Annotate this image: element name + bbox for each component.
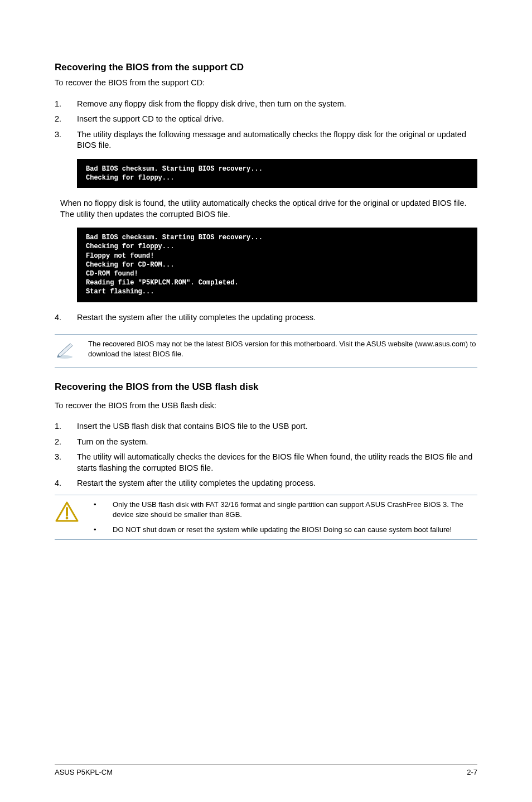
step-text: Remove any floppy disk from the floppy d… — [77, 99, 477, 110]
section1-steps: 1.Remove any floppy disk from the floppy… — [55, 99, 477, 151]
list-item: 2.Insert the support CD to the optical d… — [55, 114, 477, 125]
step-text: Turn on the system. — [77, 437, 477, 448]
pencil-note-icon — [55, 339, 88, 363]
section2-heading: Recovering the BIOS from the USB flash d… — [55, 381, 477, 394]
list-item: 3.The utility will automatically checks … — [55, 452, 477, 474]
page-footer: ASUS P5KPL-CM 2-7 — [55, 765, 477, 777]
warning-text-container: •Only the USB flash disk with FAT 32/16 … — [88, 500, 477, 535]
note-block: The recovered BIOS may not be the latest… — [55, 334, 477, 368]
terminal-output-1: Bad BIOS checksum. Starting BIOS recover… — [77, 159, 477, 188]
terminal-output-2: Bad BIOS checksum. Starting BIOS recover… — [77, 228, 477, 302]
footer-left: ASUS P5KPL-CM — [55, 767, 113, 777]
list-item: 4.Restart the system after the utility c… — [55, 478, 477, 489]
section2-intro: To recover the BIOS from the USB flash d… — [55, 400, 477, 412]
step-number: 1. — [55, 421, 77, 432]
list-item: 2.Turn on the system. — [55, 437, 477, 448]
step-text: Restart the system after the utility com… — [77, 478, 477, 489]
section2-steps: 1.Insert the USB flash disk that contain… — [55, 421, 477, 489]
list-item: 1.Insert the USB flash disk that contain… — [55, 421, 477, 432]
step-text: The utility displays the following messa… — [77, 129, 477, 151]
svg-marker-1 — [58, 344, 72, 357]
step-number: 4. — [55, 478, 77, 489]
step-number: 2. — [55, 114, 77, 125]
page-container: Recovering the BIOS from the support CD … — [0, 0, 532, 802]
list-item: 1.Remove any floppy disk from the floppy… — [55, 99, 477, 110]
step-text: Insert the USB flash disk that contains … — [77, 421, 477, 432]
warning-text: Only the USB flash disk with FAT 32/16 f… — [113, 500, 477, 519]
svg-point-6 — [66, 517, 69, 520]
step-number: 1. — [55, 99, 77, 110]
section1-intro: To recover the BIOS from the support CD: — [55, 78, 477, 89]
warning-text: DO NOT shut down or reset the system whi… — [113, 525, 452, 535]
step-text: Restart the system after the utility com… — [77, 312, 477, 323]
warning-triangle-icon — [55, 500, 88, 526]
footer-right: 2-7 — [467, 767, 477, 777]
step-text: Insert the support CD to the optical dri… — [77, 114, 477, 125]
note-text: The recovered BIOS may not be the latest… — [88, 339, 477, 359]
step-number: 3. — [55, 452, 77, 474]
step-text: The utility will automatically checks th… — [77, 452, 477, 474]
bullet-icon: • — [88, 525, 113, 535]
warning-block: •Only the USB flash disk with FAT 32/16 … — [55, 495, 477, 540]
warning-item: •DO NOT shut down or reset the system wh… — [88, 525, 477, 535]
warning-item: •Only the USB flash disk with FAT 32/16 … — [88, 500, 477, 519]
step-number: 2. — [55, 437, 77, 448]
section1-midpara: When no floppy disk is found, the utilit… — [60, 198, 477, 220]
section1-heading: Recovering the BIOS from the support CD — [55, 61, 477, 74]
bullet-icon: • — [88, 500, 113, 519]
section1-step4-list: 4.Restart the system after the utility c… — [55, 312, 477, 323]
step-number: 3. — [55, 129, 77, 151]
list-item: 3.The utility displays the following mes… — [55, 129, 477, 151]
step-number: 4. — [55, 312, 77, 323]
list-item: 4.Restart the system after the utility c… — [55, 312, 477, 323]
